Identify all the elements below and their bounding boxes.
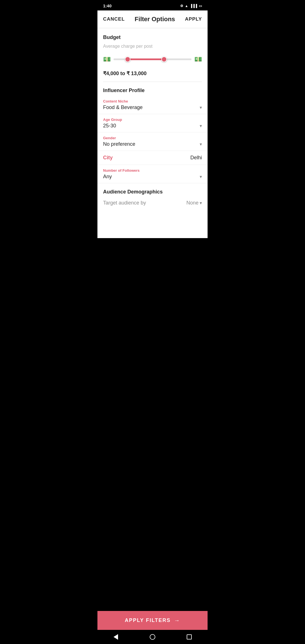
chevron-down-icon: ▾: [200, 105, 202, 110]
budget-title: Budget: [97, 28, 208, 42]
money-right-icon: 💵: [194, 56, 202, 63]
wifi-icon: ▲: [185, 4, 188, 8]
followers-value-row: Any ▾: [103, 174, 202, 180]
target-audience-label: Target audience by: [103, 200, 146, 206]
slider-icons-row: 💵 💵: [103, 56, 202, 63]
time-display: 1:40: [103, 3, 112, 8]
apply-filters-label: APPLY FILTERS: [125, 617, 171, 623]
content-niche-value-row: Food & Beverage ▾: [103, 105, 202, 110]
city-row[interactable]: City Delhi: [97, 151, 208, 165]
followers-label: Number of Followers: [103, 168, 202, 173]
apply-filters-button[interactable]: APPLY FILTERS →: [97, 611, 208, 630]
arrow-right-icon: →: [174, 617, 180, 624]
target-audience-row[interactable]: Target audience by None ▾: [97, 198, 208, 210]
home-circle-icon: [150, 634, 155, 640]
target-audience-value-row: None ▾: [186, 200, 202, 206]
audience-demographics-title: Audience Demographics: [97, 183, 208, 198]
age-group-value-row: 25-30 ▾: [103, 123, 202, 129]
slider-thumb-left[interactable]: [125, 56, 130, 62]
content-niche-dropdown[interactable]: Content Niche Food & Beverage ▾: [97, 96, 208, 114]
content-niche-label: Content Niche: [103, 99, 202, 103]
audience-demographics-section: Audience Demographics Target audience by…: [97, 183, 208, 210]
age-group-label: Age Group: [103, 118, 202, 122]
back-triangle-icon: [114, 634, 118, 640]
top-nav: CANCEL Filter Options APPLY: [97, 10, 208, 28]
followers-dropdown[interactable]: Number of Followers Any ▾: [97, 165, 208, 183]
influencer-profile-title: Influencer Profile: [97, 82, 208, 96]
budget-section: Budget Average charge per post 💵 💵 ₹4,00…: [97, 28, 208, 82]
cancel-button[interactable]: CANCEL: [103, 16, 125, 22]
recents-square-icon: [187, 634, 192, 639]
home-button[interactable]: [147, 633, 158, 641]
influencer-profile-section: Influencer Profile Content Niche Food & …: [97, 82, 208, 183]
slider-track-fill: [128, 58, 164, 60]
recents-button[interactable]: [184, 633, 195, 641]
money-left-icon: 💵: [103, 56, 111, 63]
city-label: City: [103, 155, 113, 161]
gender-value: No preference: [103, 141, 135, 147]
slider-track[interactable]: [114, 58, 191, 60]
city-value: Delhi: [190, 155, 202, 161]
budget-slider-container[interactable]: 💵 💵: [97, 53, 208, 68]
chevron-down-icon: ▾: [200, 200, 202, 206]
slider-thumb-right[interactable]: [161, 56, 167, 62]
gender-dropdown[interactable]: Gender No preference ▾: [97, 132, 208, 151]
content-niche-value: Food & Beverage: [103, 105, 143, 110]
page-title: Filter Options: [135, 16, 175, 23]
budget-subtitle: Average charge per post: [97, 42, 208, 53]
main-content: Budget Average charge per post 💵 💵 ₹4,00…: [97, 28, 208, 238]
gender-value-row: No preference ▾: [103, 141, 202, 147]
signal-icon: ▐▐▐: [190, 4, 197, 8]
age-group-value: 25-30: [103, 123, 116, 129]
range-label: ₹4,000 to ₹ 13,000: [97, 68, 208, 82]
android-nav-bar: [97, 630, 208, 644]
gender-label: Gender: [103, 136, 202, 140]
chevron-down-icon: ▾: [200, 142, 202, 147]
status-icons: ⚙ ▲ ▐▐▐ ▭: [180, 4, 202, 8]
back-button[interactable]: [110, 633, 121, 641]
chevron-down-icon: ▾: [200, 174, 202, 179]
age-group-dropdown[interactable]: Age Group 25-30 ▾: [97, 114, 208, 132]
followers-value: Any: [103, 174, 112, 180]
battery-icon: ▭: [199, 4, 202, 8]
target-audience-value: None: [186, 200, 199, 206]
settings-icon: ⚙: [180, 4, 183, 8]
chevron-down-icon: ▾: [200, 123, 202, 129]
status-bar: 1:40 ⚙ ▲ ▐▐▐ ▭: [97, 0, 208, 10]
apply-button[interactable]: APPLY: [185, 16, 202, 22]
